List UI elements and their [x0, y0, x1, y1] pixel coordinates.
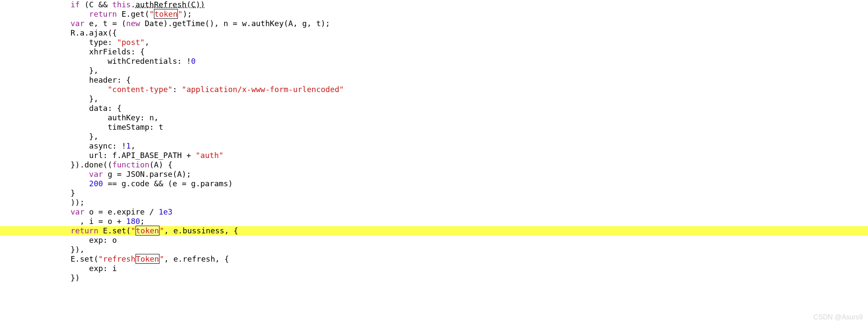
- token-num: 1e3: [159, 207, 173, 216]
- code-line: url: f.API_BASE_PATH + "auth": [0, 151, 868, 160]
- token-num: 0: [191, 57, 196, 66]
- token-str: ": [159, 254, 164, 263]
- token-op: &&: [98, 0, 108, 9]
- code-line: return E.get("token");: [0, 9, 868, 19]
- token-op: ,: [145, 38, 149, 47]
- code-line: withCredentials: !0: [0, 57, 868, 66]
- token-op: },: [89, 94, 98, 103]
- token-str: "auth": [196, 151, 224, 160]
- token-op: o = e.expire /: [85, 207, 159, 216]
- token-op: !: [186, 57, 191, 66]
- token-pname: url: f.API_BASE_PATH +: [89, 151, 195, 160]
- code-line: }): [0, 273, 868, 283]
- token-op: E.get(: [117, 9, 149, 18]
- token-box: token: [154, 9, 178, 19]
- token-pname: exp: o: [89, 236, 117, 245]
- code-line: exp: o: [0, 236, 868, 245]
- code-line: type: "post",: [0, 38, 868, 47]
- token-op: , e.bussiness, {: [164, 226, 238, 235]
- token-pname: timeStamp: t: [108, 122, 163, 131]
- code-line: timeStamp: t: [0, 122, 868, 132]
- token-pname: header: {: [89, 75, 131, 84]
- token-op: , e.refresh, {: [164, 254, 229, 263]
- token-kw: var: [71, 207, 85, 216]
- token-op: }).done((: [71, 160, 112, 169]
- token-op: [108, 0, 112, 9]
- code-line: }).done((function(A) {: [0, 160, 868, 170]
- code-line: },: [0, 66, 868, 75]
- code-line: , i = o + 180;: [0, 217, 868, 226]
- token-op: ;: [140, 217, 145, 226]
- token-kw: function: [112, 160, 150, 169]
- token-op: }),: [71, 245, 85, 254]
- token-kw: var: [89, 170, 103, 179]
- token-str: ": [149, 9, 154, 18]
- code-line: E.set("refreshToken", e.refresh, {: [0, 254, 868, 264]
- code-block: if (C && this.authRefresh(C)) return E.g…: [0, 0, 868, 283]
- code-line: },: [0, 94, 868, 104]
- token-pname: async:: [89, 141, 121, 150]
- token-und: authRefresh(C)): [136, 0, 205, 9]
- token-op: !: [121, 141, 126, 150]
- code-line: authKey: n,: [0, 113, 868, 122]
- code-line: R.a.ajax({: [0, 28, 868, 38]
- token-num: 200: [89, 179, 103, 188]
- token-op: (C: [80, 0, 98, 9]
- token-op: e, t = (: [85, 19, 127, 28]
- code-line: return E.set("token", e.bussiness, {: [0, 226, 868, 236]
- token-op: (e = g.params): [163, 179, 233, 188]
- token-box-hl: token: [136, 226, 159, 236]
- token-kw: return: [71, 226, 98, 235]
- token-pname: data: {: [89, 104, 121, 113]
- token-str: "refresh: [98, 254, 136, 263]
- token-str: "application/x-www-form-urlencoded": [182, 85, 344, 94]
- token-op: },: [89, 132, 98, 141]
- token-pname: type:: [89, 38, 117, 47]
- code-line: ));: [0, 198, 868, 207]
- token-op: &&: [154, 179, 163, 188]
- token-op: ));: [71, 198, 85, 207]
- token-op: }: [71, 188, 75, 197]
- token-op: .: [131, 0, 136, 9]
- token-op: ,: [131, 141, 136, 150]
- code-line: }: [0, 188, 868, 198]
- token-kw: this: [112, 0, 131, 9]
- token-kw: new: [126, 19, 140, 28]
- token-str: "content-type": [108, 85, 173, 94]
- token-op: E.set(: [98, 226, 131, 235]
- token-pname: xhrFields: {: [89, 47, 145, 56]
- code-line: }),: [0, 245, 868, 254]
- token-pname: withCredentials:: [108, 57, 186, 66]
- token-op: }): [71, 273, 80, 282]
- code-line: var e, t = (new Date).getTime(), n = w.a…: [0, 19, 868, 28]
- token-num: 1: [126, 141, 131, 150]
- token-str: ": [159, 226, 164, 235]
- token-kw: return: [89, 9, 117, 18]
- code-line: exp: i: [0, 264, 868, 273]
- token-pname: exp: i: [89, 264, 117, 273]
- token-box: Token: [136, 254, 159, 264]
- token-op: , i = o +: [71, 217, 126, 226]
- token-op: :: [172, 85, 182, 94]
- token-kw: var: [71, 19, 85, 28]
- token-op: g = JSON.parse(A);: [103, 170, 191, 179]
- token-num: 180: [126, 217, 140, 226]
- code-line: xhrFields: {: [0, 47, 868, 57]
- token-op: );: [183, 9, 192, 18]
- code-line: },: [0, 132, 868, 141]
- token-op: },: [89, 66, 98, 75]
- token-op: == g.code: [103, 179, 154, 188]
- code-line: var g = JSON.parse(A);: [0, 170, 868, 179]
- code-line: data: {: [0, 104, 868, 113]
- code-line: var o = e.expire / 1e3: [0, 207, 868, 217]
- code-line: async: !1,: [0, 141, 868, 151]
- token-op: E.set(: [71, 254, 98, 263]
- code-line: if (C && this.authRefresh(C)): [0, 0, 868, 9]
- token-pname: authKey: n,: [108, 113, 159, 122]
- token-op: R.a.ajax({: [71, 28, 117, 37]
- token-kw: if: [71, 0, 80, 9]
- code-line: "content-type": "application/x-www-form-…: [0, 85, 868, 94]
- code-line: header: {: [0, 75, 868, 85]
- token-str: "post": [117, 38, 145, 47]
- token-op: Date).getTime(), n = w.authKey(A, g, t);: [140, 19, 330, 28]
